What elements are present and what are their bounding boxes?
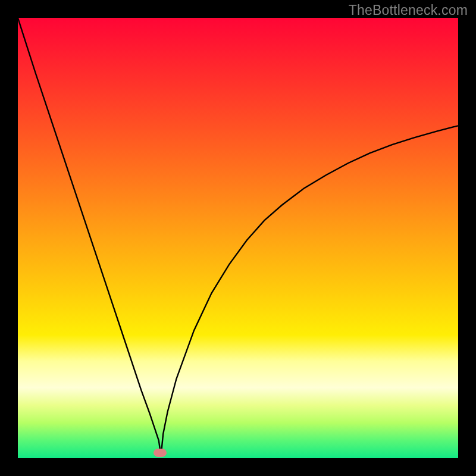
plot-area <box>18 18 458 458</box>
plot-svg <box>18 18 458 458</box>
optimal-point-marker <box>154 449 167 457</box>
attribution-text: TheBottleneck.com <box>349 2 468 18</box>
chart-frame: TheBottleneck.com <box>0 0 476 476</box>
gradient-background <box>18 18 458 458</box>
